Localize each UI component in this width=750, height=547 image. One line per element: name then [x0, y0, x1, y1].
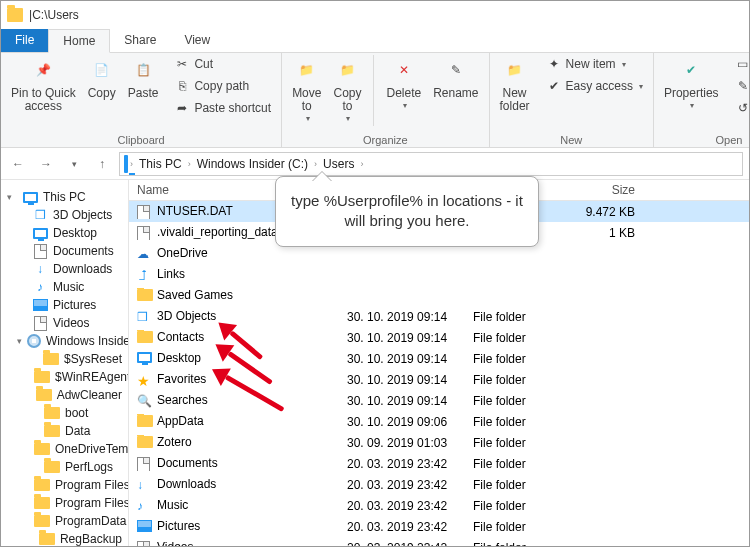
nav-label: OneDriveTem	[55, 442, 128, 456]
nav-item[interactable]: Videos	[3, 314, 126, 332]
nav-item[interactable]: $SysReset	[3, 350, 126, 368]
crumb-1[interactable]: Windows Insider (C:)	[193, 155, 312, 173]
ribbon-tabs: File Home Share View	[1, 29, 749, 53]
file-row[interactable]: 🔍Searches30. 10. 2019 09:14File folder	[129, 390, 749, 411]
copy-button[interactable]: 📄Copy	[84, 55, 120, 119]
cut-button[interactable]: ✂Cut	[170, 55, 275, 75]
move-to-button[interactable]: 📁Move to	[288, 55, 325, 126]
history-button[interactable]: ↺History	[731, 99, 750, 119]
file-row[interactable]: Saved Games	[129, 285, 749, 306]
back-button[interactable]: ←	[7, 153, 29, 175]
forward-button[interactable]: →	[35, 153, 57, 175]
file-date: 30. 10. 2019 09:14	[339, 352, 465, 366]
file-row[interactable]: Zotero30. 09. 2019 01:03File folder	[129, 432, 749, 453]
folder-icon	[36, 388, 52, 402]
file-name: Links	[157, 267, 185, 281]
chevron-right-icon[interactable]: ›	[360, 159, 363, 169]
file-type: File folder	[465, 394, 567, 408]
up-button[interactable]: ↑	[91, 153, 113, 175]
file-name: AppData	[157, 414, 204, 428]
nav-item[interactable]: Documents	[3, 242, 126, 260]
new-folder-button[interactable]: 📁New folder	[496, 55, 534, 115]
file-name: .vivaldi_reporting_data	[157, 225, 278, 239]
copyto-icon: 📁	[333, 57, 361, 85]
nav-item[interactable]: AdwCleaner	[3, 386, 126, 404]
copy-icon: 📄	[88, 57, 116, 85]
nav-item[interactable]: RegBackup	[3, 530, 126, 546]
nav-item[interactable]: boot	[3, 404, 126, 422]
file-row[interactable]: ⮥Links	[129, 264, 749, 285]
nav-label: $SysReset	[64, 352, 122, 366]
breadcrumb-box[interactable]: › This PC › Windows Insider (C:) › Users…	[119, 152, 743, 176]
nav-label: AdwCleaner	[57, 388, 122, 402]
nav-item[interactable]: Desktop	[3, 224, 126, 242]
crumb-3[interactable]	[365, 162, 373, 166]
nav-item[interactable]: ❒3D Objects	[3, 206, 126, 224]
file-row[interactable]: Pictures20. 03. 2019 23:42File folder	[129, 516, 749, 537]
nav-item[interactable]: Program Files	[3, 494, 126, 512]
nav-item[interactable]: Data	[3, 422, 126, 440]
nav-item[interactable]: Pictures	[3, 296, 126, 314]
recent-button[interactable]: ▾	[63, 153, 85, 175]
rename-button[interactable]: ✎Rename	[429, 55, 482, 126]
expand-icon[interactable]: ▾	[17, 336, 22, 346]
new-item-button[interactable]: ✦New item	[542, 55, 647, 75]
nav-item[interactable]: ▾Windows Inside	[3, 332, 126, 350]
file-row[interactable]: AppData30. 10. 2019 09:06File folder	[129, 411, 749, 432]
chevron-right-icon[interactable]: ›	[130, 159, 133, 169]
tab-share[interactable]: Share	[110, 29, 170, 52]
nav-item[interactable]: Program Files	[3, 476, 126, 494]
delete-label: Delete	[386, 87, 421, 100]
col-size[interactable]: Size	[567, 183, 643, 197]
nav-label: Documents	[53, 244, 114, 258]
nav-item[interactable]: PerfLogs	[3, 458, 126, 476]
file-name: Contacts	[157, 330, 204, 344]
newitem-label: New item	[566, 58, 616, 71]
edit-button[interactable]: ✎Edit	[731, 77, 750, 97]
file-date: 20. 03. 2019 23:42	[339, 541, 465, 546]
file-name: Music	[157, 498, 188, 512]
paste-shortcut-button[interactable]: ➦Paste shortcut	[170, 99, 275, 119]
file-row[interactable]: Documents20. 03. 2019 23:42File folder	[129, 453, 749, 474]
nav-label: ProgramData	[55, 514, 126, 528]
expand-icon[interactable]: ▾	[7, 192, 17, 202]
crumb-0[interactable]: This PC	[135, 155, 186, 173]
drive-icon	[124, 157, 128, 171]
nav-label: Data	[65, 424, 90, 438]
nav-item[interactable]: ↓Downloads	[3, 260, 126, 278]
tab-file[interactable]: File	[1, 29, 48, 52]
link-icon: ⮥	[137, 268, 153, 282]
file-icon	[137, 457, 153, 471]
nav-label: Music	[53, 280, 84, 294]
pin-quick-access-button[interactable]: 📌Pin to Quick access	[7, 55, 80, 119]
open-button[interactable]: ▭Open	[731, 55, 750, 75]
tab-home[interactable]: Home	[48, 29, 110, 53]
nav-item[interactable]: $WinREAgent	[3, 368, 126, 386]
explorer-window: | C:\Users File Home Share View 📌Pin to …	[0, 0, 750, 547]
nav-pane[interactable]: ▾This PC❒3D ObjectsDesktopDocuments↓Down…	[1, 180, 129, 546]
file-row[interactable]: ↓Downloads20. 03. 2019 23:42File folder	[129, 474, 749, 495]
easy-access-button[interactable]: ✔Easy access	[542, 77, 647, 97]
file-row[interactable]: ♪Music20. 03. 2019 23:42File folder	[129, 495, 749, 516]
nav-item[interactable]: ProgramData	[3, 512, 126, 530]
delete-button[interactable]: ✕Delete	[382, 55, 425, 126]
nav-label: Windows Inside	[46, 334, 129, 348]
title-bar[interactable]: | C:\Users	[1, 1, 749, 29]
chevron-right-icon[interactable]: ›	[188, 159, 191, 169]
copy-to-button[interactable]: 📁Copy to	[329, 55, 365, 126]
title-path: C:\Users	[32, 8, 79, 22]
ribbon: 📌Pin to Quick access 📄Copy 📋Paste ✂Cut ⎘…	[1, 53, 749, 148]
nav-label: RegBackup	[60, 532, 122, 546]
nav-item[interactable]: OneDriveTem	[3, 440, 126, 458]
copy-path-button[interactable]: ⎘Copy path	[170, 77, 275, 97]
file-type: File folder	[465, 415, 567, 429]
paste-button[interactable]: 📋Paste	[124, 55, 163, 119]
copyto-label: Copy to	[333, 87, 361, 113]
nav-item[interactable]: ♪Music	[3, 278, 126, 296]
properties-button[interactable]: ✔Properties	[660, 55, 723, 119]
box-icon: ❒	[32, 208, 48, 222]
file-row[interactable]: Videos20. 03. 2019 23:42File folder	[129, 537, 749, 546]
file-date: 20. 03. 2019 23:42	[339, 457, 465, 471]
tab-view[interactable]: View	[170, 29, 224, 52]
nav-item[interactable]: ▾This PC	[3, 188, 126, 206]
